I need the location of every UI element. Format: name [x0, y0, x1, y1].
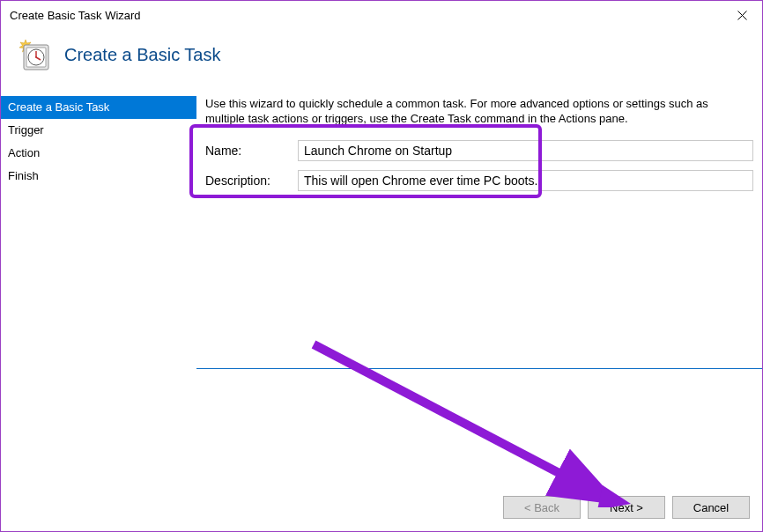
- name-input[interactable]: [298, 140, 753, 161]
- close-button[interactable]: [722, 1, 762, 29]
- clock-gear-icon: [17, 38, 50, 71]
- footer-buttons: < Back Next > Cancel: [503, 496, 750, 519]
- wizard-window: Create Basic Task Wizard: [0, 0, 763, 532]
- back-button: < Back: [503, 496, 581, 519]
- step-action[interactable]: Action: [1, 142, 196, 165]
- step-finish[interactable]: Finish: [1, 165, 196, 188]
- wizard-body: Create a Basic Task Trigger Action Finis…: [1, 96, 762, 369]
- step-create-basic-task[interactable]: Create a Basic Task: [1, 96, 196, 119]
- wizard-header: Create a Basic Task: [1, 29, 762, 96]
- svg-point-8: [35, 56, 37, 58]
- sidebar: Create a Basic Task Trigger Action Finis…: [1, 96, 196, 369]
- window-title: Create Basic Task Wizard: [10, 9, 141, 22]
- name-row: Name:: [205, 140, 753, 161]
- name-label: Name:: [205, 144, 298, 158]
- description-row: Description:: [205, 170, 753, 191]
- page-title: Create a Basic Task: [64, 45, 221, 65]
- description-input[interactable]: [298, 170, 753, 191]
- titlebar: Create Basic Task Wizard: [1, 1, 762, 29]
- step-trigger[interactable]: Trigger: [1, 119, 196, 142]
- close-icon: [737, 11, 747, 20]
- cancel-button[interactable]: Cancel: [672, 496, 750, 519]
- next-button[interactable]: Next >: [588, 496, 665, 519]
- instructions-text: Use this wizard to quickly schedule a co…: [205, 96, 753, 126]
- main-panel: Use this wizard to quickly schedule a co…: [196, 96, 762, 369]
- description-label: Description:: [205, 174, 298, 188]
